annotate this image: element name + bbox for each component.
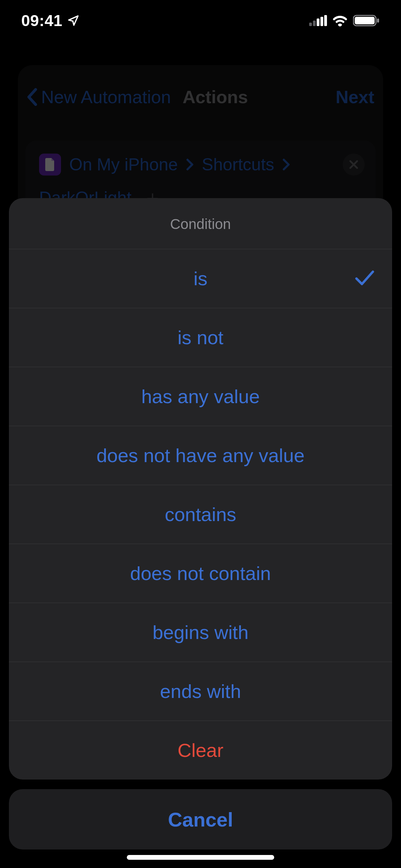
checkmark-icon — [355, 267, 374, 290]
wifi-icon — [332, 15, 348, 26]
status-time-group: 09:41 — [21, 11, 80, 30]
svg-rect-4 — [324, 15, 327, 26]
condition-action-sheet: Condition is is not has any value does n… — [9, 198, 392, 849]
background-nav-left: New Automation Actions — [27, 87, 248, 107]
option-label: is — [194, 267, 207, 290]
status-icons — [309, 14, 380, 27]
chevron-right-icon — [282, 158, 290, 171]
svg-rect-3 — [320, 17, 323, 26]
option-label: contains — [165, 503, 236, 526]
condition-option-does-not-contain[interactable]: does not contain — [9, 544, 392, 603]
sheet-title: Condition — [9, 198, 392, 249]
option-label: ends with — [160, 680, 241, 702]
action-card-breadcrumb: On My iPhone Shortcuts — [39, 154, 362, 176]
cancel-label: Cancel — [168, 808, 233, 831]
condition-option-begins-with[interactable]: begins with — [9, 603, 392, 662]
close-icon[interactable] — [343, 154, 365, 176]
status-bar: 09:41 — [0, 0, 401, 41]
option-label: does not contain — [130, 562, 271, 584]
breadcrumb-segment[interactable]: Shortcuts — [202, 155, 274, 174]
condition-option-contains[interactable]: contains — [9, 485, 392, 544]
svg-rect-7 — [377, 19, 379, 23]
clear-label: Clear — [178, 739, 223, 761]
condition-option-is-not[interactable]: is not — [9, 308, 392, 367]
svg-rect-6 — [355, 17, 375, 24]
cancel-button[interactable]: Cancel — [9, 789, 392, 849]
condition-option-is[interactable]: is — [9, 249, 392, 308]
condition-sheet-main: Condition is is not has any value does n… — [9, 198, 392, 780]
condition-option-has-any-value[interactable]: has any value — [9, 367, 392, 426]
chevron-left-icon — [27, 88, 38, 106]
option-label: has any value — [141, 385, 260, 408]
option-label: is not — [178, 326, 223, 349]
clear-button[interactable]: Clear — [9, 721, 392, 780]
option-label: does not have any value — [96, 444, 304, 467]
home-indicator[interactable] — [127, 855, 274, 860]
condition-option-does-not-have-any-value[interactable]: does not have any value — [9, 426, 392, 485]
option-label: begins with — [153, 621, 248, 643]
status-time: 09:41 — [21, 11, 62, 30]
page-title: Actions — [183, 87, 248, 107]
document-icon — [39, 154, 61, 176]
next-button[interactable]: Next — [336, 87, 374, 107]
condition-option-ends-with[interactable]: ends with — [9, 662, 392, 721]
cellular-signal-icon — [309, 15, 327, 26]
background-nav-bar: New Automation Actions Next — [18, 78, 383, 116]
svg-rect-1 — [313, 21, 316, 26]
battery-icon — [353, 14, 380, 27]
back-button[interactable]: New Automation — [41, 87, 171, 107]
breadcrumb-segment[interactable]: On My iPhone — [69, 155, 178, 174]
svg-rect-2 — [317, 19, 319, 26]
svg-rect-0 — [309, 23, 312, 26]
location-arrow-icon — [67, 14, 80, 27]
chevron-right-icon — [186, 158, 194, 171]
